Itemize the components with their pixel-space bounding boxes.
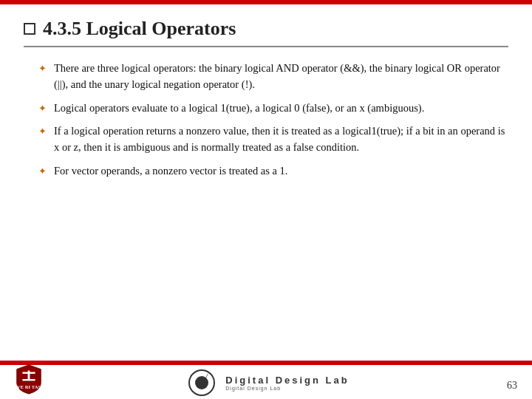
list-item: ✦ Logical operators evaluate to a logica… xyxy=(38,100,508,117)
bullet-text-2: Logical operators evaluate to a logical … xyxy=(54,100,424,117)
slide: 4.3.5 Logical Operators ✦ There are thre… xyxy=(0,0,532,399)
ddl-main-label: Digital Design Lab xyxy=(225,375,349,386)
section-square-icon xyxy=(24,23,35,35)
svg-rect-1 xyxy=(28,371,30,381)
ddl-logo: / Digital Design Lab Digital Design Lab xyxy=(183,369,349,396)
bullet-text-1: There are three logical operators: the b… xyxy=(54,61,508,93)
list-item: ✦ There are three logical operators: the… xyxy=(38,61,508,93)
list-item: ✦ If a logical operation returns a nonze… xyxy=(38,123,508,156)
bullet-icon-3: ✦ xyxy=(38,126,47,137)
bullet-text-3: If a logical operation returns a nonzero… xyxy=(54,123,508,156)
bullet-text-4: For vector operands, a nonzero vector is… xyxy=(54,163,287,180)
svg-text:VE RI TAS: VE RI TAS xyxy=(17,384,41,389)
bullet-icon-1: ✦ xyxy=(38,63,47,75)
svg-rect-2 xyxy=(22,379,35,381)
content-area: 4.3.5 Logical Operators ✦ There are thre… xyxy=(0,4,532,361)
bullet-list: ✦ There are three logical operators: the… xyxy=(24,61,508,180)
ddl-slash-icon: / xyxy=(205,371,208,383)
page-title: 4.3.5 Logical Operators xyxy=(43,18,236,40)
ddl-circle-icon: / xyxy=(183,369,219,396)
list-item: ✦ For vector operands, a nonzero vector … xyxy=(38,163,508,180)
section-title: 4.3.5 Logical Operators xyxy=(24,18,508,47)
bullet-icon-4: ✦ xyxy=(38,166,47,177)
page-number: 63 xyxy=(507,380,517,392)
harvard-logo: VE RI TAS xyxy=(15,364,44,393)
bullet-icon-2: ✦ xyxy=(38,103,47,115)
ddl-sub-label: Digital Design Lab xyxy=(225,386,281,391)
ddl-text: Digital Design Lab Digital Design Lab xyxy=(225,375,349,391)
footer: VE RI TAS / Digital Design Lab Digital D… xyxy=(0,365,532,399)
